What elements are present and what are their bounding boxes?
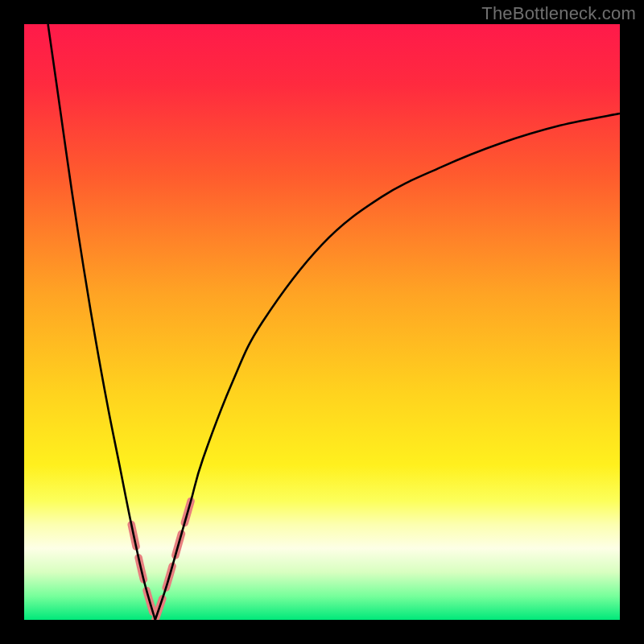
curve-right-branch (155, 114, 620, 620)
curve-layer (24, 24, 620, 620)
curve-left-branch (48, 24, 155, 620)
outer-frame: TheBottleneck.com (0, 0, 644, 644)
plot-area (24, 24, 620, 620)
watermark-text: TheBottleneck.com (481, 3, 636, 24)
